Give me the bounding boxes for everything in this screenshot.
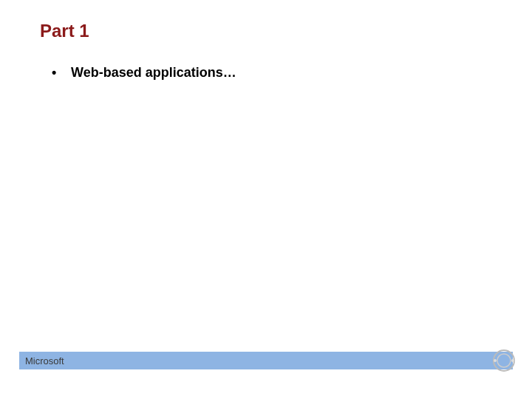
svg-point-3 bbox=[511, 359, 514, 362]
svg-point-0 bbox=[494, 350, 514, 371]
microsoft-logo: Microsoft bbox=[25, 355, 64, 366]
slide-title: Part 1 bbox=[40, 21, 89, 41]
svg-point-2 bbox=[494, 359, 497, 362]
bullet-list: Web-based applications… bbox=[52, 65, 236, 81]
decorative-circle-icon bbox=[491, 347, 517, 374]
svg-point-1 bbox=[497, 354, 511, 367]
bullet-item: Web-based applications… bbox=[52, 65, 236, 81]
footer-bar: Microsoft bbox=[19, 352, 513, 369]
